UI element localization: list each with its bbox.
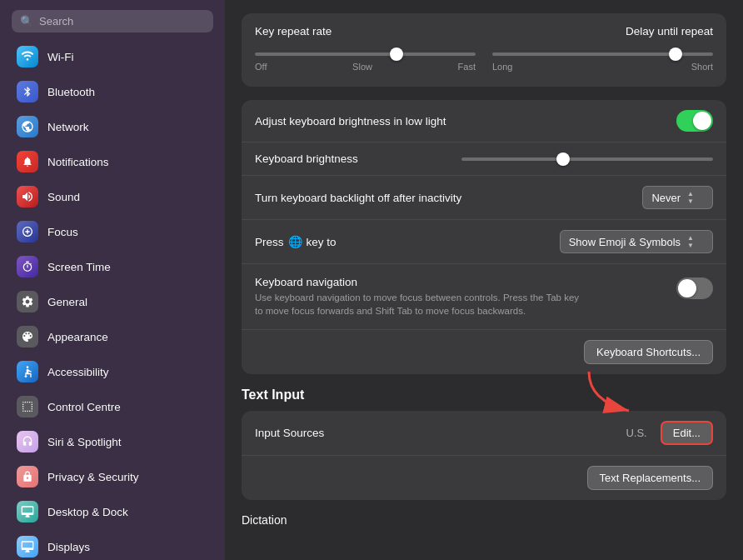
sidebar-item-desktop[interactable]: Desktop & Dock (5, 495, 220, 528)
search-box[interactable]: 🔍 Search (12, 10, 213, 32)
sidebar-item-label: Appearance (47, 331, 108, 343)
input-sources-label: Input Sources (255, 427, 324, 439)
turn-off-value: Never (651, 192, 681, 204)
input-sources-row: Input Sources U.S. Edit... (242, 411, 726, 456)
sidebar: 🔍 Search Wi-Fi Bluetooth Network Notific… (0, 0, 225, 560)
keyboard-nav-left: Keyboard navigation Use keyboard navigat… (255, 276, 663, 318)
main-content: Key repeat rate Delay until repeat Off S… (225, 0, 743, 560)
sidebar-item-focus[interactable]: Focus (5, 215, 220, 248)
delay-long: Long (492, 62, 512, 72)
sidebar-item-label: Wi-Fi (47, 51, 73, 63)
keyboard-brightness-row: Keyboard brightness (242, 142, 726, 176)
sidebar-item-displays[interactable]: Displays (5, 530, 220, 560)
accessibility-icon (17, 361, 38, 382)
key-repeat-slow: Slow (352, 62, 372, 72)
adjust-brightness-toggle[interactable] (676, 110, 713, 132)
sidebar-item-label: Siri & Spotlight (47, 436, 122, 448)
delay-repeat-label: Delay until repeat (626, 25, 713, 38)
sidebar-item-notifications[interactable]: Notifications (5, 145, 220, 178)
sidebar-item-siri[interactable]: Siri & Spotlight (5, 425, 220, 458)
notifications-icon (17, 151, 38, 172)
keyboard-nav-row: Keyboard navigation Use keyboard navigat… (242, 264, 726, 330)
privacy-icon (17, 466, 38, 488)
text-input-title: Text Input (242, 388, 726, 402)
edit-button[interactable]: Edit... (661, 421, 713, 445)
sidebar-item-privacy[interactable]: Privacy & Security (5, 460, 220, 493)
globe-icon: 🌐 (288, 235, 302, 248)
turn-off-row: Turn keyboard backlight off after inacti… (242, 176, 726, 220)
sidebar-item-label: Notifications (47, 156, 109, 168)
sidebar-item-appearance[interactable]: Appearance (5, 320, 220, 353)
keyboard-shortcuts-button[interactable]: Keyboard Shortcuts... (584, 340, 713, 364)
sidebar-item-bluetooth[interactable]: Bluetooth (5, 75, 220, 108)
sidebar-item-accessibility[interactable]: Accessibility (5, 355, 220, 388)
sidebar-item-label: Accessibility (47, 366, 109, 378)
sidebar-item-label: Bluetooth (47, 86, 95, 98)
sidebar-item-screentime[interactable]: Screen Time (5, 250, 220, 283)
network-icon (17, 116, 38, 138)
key-repeat-off: Off (255, 62, 267, 72)
search-placeholder: Search (39, 15, 73, 28)
press-key-suffix: key to (307, 236, 337, 248)
sidebar-item-network[interactable]: Network (5, 110, 220, 143)
sidebar-item-label: Displays (47, 541, 90, 553)
key-repeat-labels: Off Slow Fast (255, 62, 476, 72)
sidebar-item-label: Focus (47, 226, 78, 238)
turn-off-label: Turn keyboard backlight off after inacti… (255, 192, 461, 204)
sidebar-item-wifi[interactable]: Wi-Fi (5, 40, 220, 73)
dictation-header: Dictation (242, 513, 726, 527)
text-replacements-button[interactable]: Text Replacements... (587, 466, 713, 490)
sidebar-item-label: Privacy & Security (47, 471, 139, 483)
sliders-header: Key repeat rate Delay until repeat (255, 25, 713, 38)
delay-labels: Long Short (492, 62, 713, 72)
adjust-brightness-label: Adjust keyboard brightness in low light (255, 115, 446, 128)
keyboard-settings-section: Adjust keyboard brightness in low light … (242, 100, 726, 374)
appearance-icon (17, 326, 38, 348)
search-container: 🔍 Search (0, 0, 225, 39)
key-repeat-slider-wrap: Off Slow Fast (255, 44, 476, 72)
press-key-label-container: Press 🌐 key to (255, 235, 337, 248)
sidebar-item-label: General (47, 296, 87, 308)
input-sources-right: U.S. Edit... (626, 421, 713, 445)
sliders-row: Off Slow Fast Long Short (255, 44, 713, 72)
sidebar-item-label: Control Centre (47, 401, 121, 413)
screentime-icon (17, 256, 38, 278)
delay-slider-wrap: Long Short (492, 44, 713, 72)
keyboard-nav-toggle[interactable] (676, 278, 713, 299)
sidebar-item-general[interactable]: General (5, 285, 220, 318)
press-key-label: Press (255, 236, 284, 248)
siri-icon (17, 431, 38, 452)
press-key-dropdown[interactable]: Show Emoji & Symbols ▲▼ (560, 230, 713, 253)
wifi-icon (17, 46, 38, 68)
keyboard-brightness-label: Keyboard brightness (255, 152, 358, 165)
sound-icon (17, 186, 38, 208)
press-key-value: Show Emoji & Symbols (569, 236, 681, 248)
key-repeat-section: Key repeat rate Delay until repeat Off S… (242, 13, 726, 87)
keyboard-brightness-slider[interactable] (461, 158, 714, 161)
input-sources-value: U.S. (626, 427, 646, 439)
focus-icon (17, 221, 38, 242)
sidebar-item-label: Network (47, 121, 89, 133)
keyboard-shortcuts-row: Keyboard Shortcuts... (242, 330, 726, 374)
svg-point-0 (27, 366, 29, 368)
sidebar-item-controlcentre[interactable]: Control Centre (5, 390, 220, 423)
delay-slider[interactable] (492, 52, 713, 56)
keyboard-nav-label: Keyboard navigation (255, 276, 663, 288)
key-repeat-slider[interactable] (255, 52, 476, 56)
press-key-arrows: ▲▼ (687, 234, 694, 249)
sidebar-item-label: Sound (47, 191, 80, 203)
sidebar-item-label: Screen Time (47, 261, 111, 273)
key-repeat-label: Key repeat rate (255, 25, 332, 38)
displays-icon (17, 536, 38, 558)
search-icon: 🔍 (20, 15, 33, 28)
text-input-title-container: Text Input (242, 388, 726, 402)
desktop-icon (17, 501, 38, 522)
delay-short: Short (691, 62, 713, 72)
adjust-brightness-row: Adjust keyboard brightness in low light (242, 100, 726, 142)
press-key-row: Press 🌐 key to Show Emoji & Symbols ▲▼ (242, 220, 726, 264)
keyboard-nav-desc: Use keyboard navigation to move focus be… (255, 291, 588, 318)
sidebar-item-sound[interactable]: Sound (5, 180, 220, 213)
turn-off-dropdown[interactable]: Never ▲▼ (642, 186, 713, 209)
general-icon (17, 291, 38, 312)
sidebar-item-label: Desktop & Dock (47, 506, 128, 518)
